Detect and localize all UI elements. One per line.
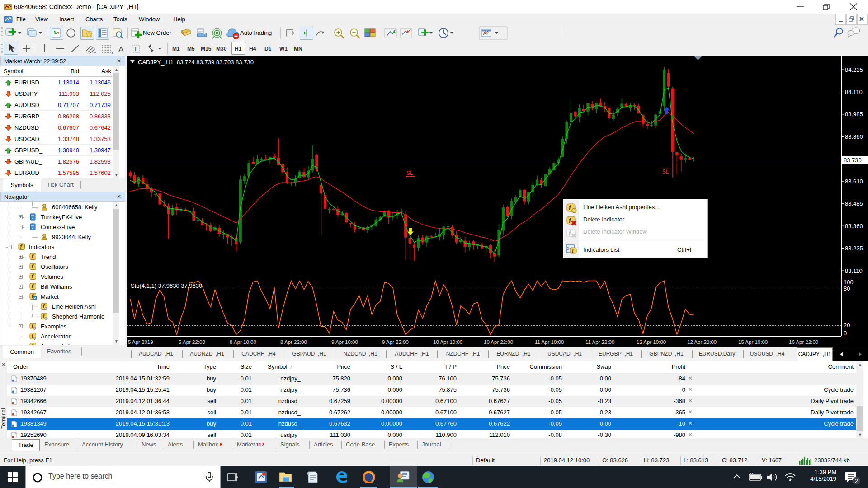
svg-text:9 Apr 22:00: 9 Apr 22:00 [382,339,409,345]
svg-text:80: 80 [844,285,850,292]
svg-text:10 Apr 10:00: 10 Apr 10:00 [433,339,462,345]
svg-text:Sto(4,1,1) 37.9630 37.9630: Sto(4,1,1) 37.9630 37.9630 [131,282,202,289]
svg-text:MN: MN [294,46,302,52]
svg-text:H4: H4 [249,46,256,52]
svg-text:5 Apr 22:00: 5 Apr 22:00 [179,339,205,345]
svg-text:8 Apr 10:00: 8 Apr 10:00 [230,339,256,345]
svg-text:83.360: 83.360 [845,223,863,230]
svg-text:20: 20 [844,322,850,328]
svg-text:M30: M30 [216,46,227,52]
svg-text:8 Apr 22:00: 8 Apr 22:00 [280,339,307,345]
svg-text:2: 2 [855,478,858,484]
svg-text:W1: W1 [279,46,288,52]
svg-text:E: E [94,51,96,55]
svg-text:M1: M1 [172,46,180,52]
svg-text:83.730: 83.730 [844,157,862,164]
svg-text:CADJPY_,H1 83.724 83.739 83.7: CADJPY_,H1 83.724 83.739 83.703 83.730 [138,59,254,66]
svg-text:D1: D1 [264,46,272,52]
svg-text:83.235: 83.235 [845,245,863,252]
svg-text:83.485: 83.485 [845,200,863,207]
svg-text:10 Apr 22:00: 10 Apr 22:00 [484,339,513,345]
svg-text:12 Apr 22:00: 12 Apr 22:00 [687,339,717,345]
svg-text:83.860: 83.860 [845,133,863,140]
svg-text:F: F [112,51,114,55]
svg-text:83.985: 83.985 [845,111,863,117]
svg-text:New Order: New Order [143,29,172,36]
svg-text:SL: SL [662,169,669,175]
svg-text:84.110: 84.110 [845,89,863,95]
svg-text:83.110: 83.110 [845,267,863,274]
svg-text:9 Apr 10:00: 9 Apr 10:00 [331,339,358,345]
svg-text:T: T [134,46,137,52]
svg-text:83.610: 83.610 [845,178,863,185]
svg-text:AutoTrading: AutoTrading [240,29,272,36]
svg-text:5 Apr 2019: 5 Apr 2019 [128,339,153,345]
svg-text:H1: H1 [235,46,242,52]
svg-text:15 Apr 10:00: 15 Apr 10:00 [738,339,768,345]
svg-text:M15: M15 [201,46,212,52]
svg-text:84.235: 84.235 [845,66,863,73]
svg-text:M5: M5 [187,46,195,52]
svg-text:0: 0 [844,330,847,337]
svg-text:11 Apr 10:00: 11 Apr 10:00 [535,339,564,345]
svg-text:11 Apr 22:00: 11 Apr 22:00 [585,339,614,345]
svg-text:SL: SL [406,170,413,176]
svg-text:15 Apr 22:00: 15 Apr 22:00 [789,339,818,345]
svg-text:100: 100 [844,279,854,286]
svg-text:12 Apr 10:00: 12 Apr 10:00 [637,339,666,345]
svg-text:A: A [118,45,124,54]
